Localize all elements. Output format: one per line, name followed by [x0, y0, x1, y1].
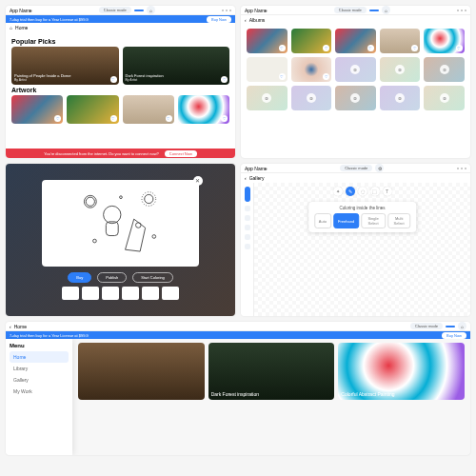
album-card[interactable]: ♡: [291, 57, 332, 82]
album-card-locked[interactable]: ⦿: [424, 86, 465, 110]
album-card[interactable]: ♡: [291, 29, 332, 53]
album-card-locked[interactable]: ⦿: [380, 57, 421, 82]
menu-item-mywork[interactable]: My Work: [10, 386, 69, 397]
mode-auto[interactable]: Auto: [314, 213, 331, 228]
close-button[interactable]: ✕: [193, 176, 203, 186]
heart-icon[interactable]: ♡: [279, 73, 286, 80]
pick-card-0[interactable]: Painting of People Inside a Dome By Arti…: [11, 47, 119, 85]
heart-icon[interactable]: ♡: [323, 73, 329, 80]
album-card[interactable]: ♡: [335, 29, 376, 53]
color-swatch[interactable]: [245, 234, 250, 240]
heart-icon[interactable]: ♡: [166, 115, 172, 122]
menu-item-home[interactable]: Home: [10, 351, 69, 363]
start-coloring-button[interactable]: Start Coloring: [132, 272, 172, 283]
thumbnail[interactable]: [162, 287, 179, 300]
artwork-card[interactable]: ♡: [67, 95, 118, 124]
mode-popup: Coloring inside the lines Auto Freehand …: [308, 202, 417, 232]
color-swatch[interactable]: [245, 206, 250, 211]
tool-select[interactable]: ⬚: [370, 187, 380, 196]
heart-icon[interactable]: ♡: [110, 115, 117, 122]
heart-icon[interactable]: ♡: [54, 115, 61, 122]
pick-card[interactable]: Dark Forest inspiration: [208, 343, 335, 400]
toggle[interactable]: [446, 326, 455, 327]
buy-now-button[interactable]: Buy Now: [207, 16, 231, 23]
thumbnail[interactable]: [62, 287, 79, 300]
heart-icon[interactable]: ♡: [367, 45, 374, 51]
artwork-card[interactable]: ♡: [123, 95, 174, 124]
album-card[interactable]: ♡: [247, 57, 288, 82]
connect-now-button[interactable]: Connect Now: [165, 150, 197, 157]
mode-pill[interactable]: Classic mode: [99, 7, 131, 13]
lock-icon: ⦿: [350, 65, 360, 74]
search-icon[interactable]: ⌕: [382, 6, 390, 14]
breadcrumb-bar: ‹ Gallery: [241, 173, 470, 183]
mode-pill[interactable]: Classic mode: [334, 7, 367, 13]
canvas[interactable]: ✦ ✎ ◌ ⬚ T Coloring inside the lines Auto…: [254, 183, 470, 316]
tool-brush[interactable]: ✎: [346, 187, 355, 196]
pick-card-1[interactable]: Dark Forest inspiration By Artist ♡: [123, 47, 230, 85]
color-swatch[interactable]: [245, 225, 250, 230]
thumbnail[interactable]: [102, 287, 119, 300]
window-controls[interactable]: [457, 168, 466, 169]
titlebar: App Name Classic mode ⌕: [241, 6, 470, 15]
buy-now-button[interactable]: Buy Now: [442, 332, 466, 339]
tool-wand[interactable]: ✦: [333, 187, 343, 196]
thumbnail[interactable]: [122, 287, 139, 300]
tool-erase[interactable]: ◌: [358, 187, 367, 196]
mode-pill[interactable]: Classic mode: [340, 165, 372, 171]
heart-icon[interactable]: ♡: [323, 45, 329, 51]
crumb-albums: Albums: [249, 17, 266, 23]
search-icon[interactable]: ⌕: [147, 6, 155, 14]
pick-card[interactable]: [78, 343, 205, 400]
heart-icon[interactable]: ♡: [456, 45, 463, 51]
tool-text[interactable]: T: [383, 187, 392, 196]
album-card[interactable]: ♡: [424, 29, 465, 53]
mode-multi-select[interactable]: Multi Select: [387, 213, 410, 228]
thumbnail[interactable]: [142, 287, 159, 300]
artwork-card[interactable]: ♡: [178, 95, 229, 124]
mode-single-select[interactable]: Single Select: [361, 213, 386, 228]
album-card-locked[interactable]: ⦿: [247, 86, 288, 110]
pick-card[interactable]: Colorful Abstract Painting: [338, 343, 465, 400]
album-card-locked[interactable]: ⦿: [291, 86, 332, 110]
heart-icon[interactable]: ♡: [221, 76, 228, 83]
color-swatch-active[interactable]: [245, 187, 250, 202]
card-author: By Artist: [126, 78, 228, 82]
home-icon: ⌂: [10, 25, 12, 30]
mode-freehand[interactable]: Freehand: [333, 213, 359, 228]
back-icon[interactable]: ‹: [245, 175, 247, 181]
thumbnail[interactable]: [82, 287, 99, 300]
menu-item-library[interactable]: Library: [10, 363, 69, 374]
album-card-locked[interactable]: ⦿: [424, 57, 465, 82]
back-icon[interactable]: ‹: [10, 324, 11, 329]
heart-icon[interactable]: ♡: [110, 76, 117, 83]
crumb-home[interactable]: Home: [15, 25, 28, 30]
artwork-card[interactable]: ♡: [11, 95, 63, 124]
toggle[interactable]: [369, 10, 379, 11]
popular-picks-heading: Popular Picks: [11, 38, 229, 45]
window-controls[interactable]: [222, 10, 231, 11]
card-author: By Artist: [14, 78, 116, 82]
album-card-locked[interactable]: ⦿: [335, 57, 376, 82]
album-card[interactable]: ♡: [247, 29, 288, 53]
search-icon[interactable]: ⌕: [458, 322, 466, 330]
toggle[interactable]: [134, 10, 144, 11]
menu-item-gallery[interactable]: Gallery: [10, 374, 69, 386]
gear-icon[interactable]: ⚙: [375, 164, 384, 172]
album-card[interactable]: ♡: [380, 29, 421, 53]
back-icon[interactable]: ‹: [245, 17, 247, 23]
album-card-locked[interactable]: ⦿: [380, 86, 421, 110]
tool-tray: ✦ ✎ ◌ ⬚ T: [333, 187, 392, 196]
heart-icon[interactable]: ♡: [221, 115, 228, 122]
publish-button[interactable]: Publish: [97, 272, 127, 283]
color-swatch[interactable]: [245, 215, 250, 221]
album-card-locked[interactable]: ⦿: [335, 86, 376, 110]
lock-icon: ⦿: [395, 65, 405, 74]
heart-icon[interactable]: ♡: [411, 45, 418, 51]
color-swatch[interactable]: [245, 244, 250, 249]
buy-button[interactable]: Buy: [68, 272, 91, 283]
window-controls[interactable]: [457, 10, 466, 11]
popup-title: Coloring inside the lines: [340, 206, 386, 210]
heart-icon[interactable]: ♡: [279, 45, 286, 51]
mode-pill[interactable]: Classic mode: [410, 323, 443, 329]
